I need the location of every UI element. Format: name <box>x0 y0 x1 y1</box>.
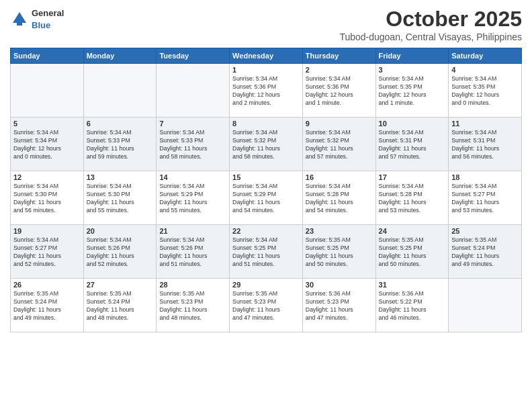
header: General Blue October 2025 Tubod-dugoan, … <box>10 7 522 42</box>
calendar-day: 28Sunrise: 5:35 AM Sunset: 5:23 PM Dayli… <box>157 279 230 332</box>
day-number: 31 <box>379 281 446 289</box>
calendar-day <box>11 64 84 118</box>
day-info: Sunrise: 5:36 AM Sunset: 5:22 PM Dayligh… <box>379 290 446 322</box>
day-info: Sunrise: 5:34 AM Sunset: 5:36 PM Dayligh… <box>232 75 300 107</box>
calendar-day: 22Sunrise: 5:34 AM Sunset: 5:25 PM Dayli… <box>230 225 303 279</box>
calendar-day: 25Sunrise: 5:35 AM Sunset: 5:24 PM Dayli… <box>449 225 522 279</box>
calendar-day <box>449 279 522 332</box>
day-info: Sunrise: 5:34 AM Sunset: 5:36 PM Dayligh… <box>306 75 373 107</box>
day-number: 4 <box>451 66 519 74</box>
day-number: 28 <box>159 281 226 289</box>
day-info: Sunrise: 5:35 AM Sunset: 5:23 PM Dayligh… <box>159 290 226 322</box>
day-info: Sunrise: 5:34 AM Sunset: 5:33 PM Dayligh… <box>87 129 154 161</box>
day-number: 25 <box>451 227 519 235</box>
day-info: Sunrise: 5:34 AM Sunset: 5:29 PM Dayligh… <box>232 183 300 215</box>
logo-general-text: General <box>32 8 64 18</box>
day-info: Sunrise: 5:34 AM Sunset: 5:32 PM Dayligh… <box>306 129 373 161</box>
day-number: 16 <box>306 173 373 181</box>
day-info: Sunrise: 5:34 AM Sunset: 5:27 PM Dayligh… <box>451 183 519 215</box>
calendar-day: 14Sunrise: 5:34 AM Sunset: 5:29 PM Dayli… <box>157 171 230 225</box>
calendar-day: 24Sunrise: 5:35 AM Sunset: 5:25 PM Dayli… <box>375 225 449 279</box>
calendar-day: 19Sunrise: 5:34 AM Sunset: 5:27 PM Dayli… <box>11 225 84 279</box>
col-tuesday: Tuesday <box>157 48 230 64</box>
day-number: 2 <box>306 66 373 74</box>
calendar-day: 15Sunrise: 5:34 AM Sunset: 5:29 PM Dayli… <box>230 171 303 225</box>
day-number: 29 <box>232 281 300 289</box>
calendar-day: 8Sunrise: 5:34 AM Sunset: 5:32 PM Daylig… <box>230 118 303 171</box>
day-info: Sunrise: 5:34 AM Sunset: 5:28 PM Dayligh… <box>306 183 373 215</box>
day-info: Sunrise: 5:34 AM Sunset: 5:33 PM Dayligh… <box>159 129 226 161</box>
calendar-day: 27Sunrise: 5:35 AM Sunset: 5:24 PM Dayli… <box>83 279 157 332</box>
day-info: Sunrise: 5:34 AM Sunset: 5:30 PM Dayligh… <box>13 183 81 215</box>
day-info: Sunrise: 5:34 AM Sunset: 5:28 PM Dayligh… <box>379 183 446 215</box>
day-number: 21 <box>159 227 226 235</box>
day-info: Sunrise: 5:35 AM Sunset: 5:23 PM Dayligh… <box>232 290 300 322</box>
day-info: Sunrise: 5:34 AM Sunset: 5:35 PM Dayligh… <box>451 75 519 107</box>
calendar-day: 10Sunrise: 5:34 AM Sunset: 5:31 PM Dayli… <box>375 118 449 171</box>
day-number: 27 <box>87 281 154 289</box>
day-info: Sunrise: 5:34 AM Sunset: 5:35 PM Dayligh… <box>379 75 446 107</box>
location-subtitle: Tubod-dugoan, Central Visayas, Philippin… <box>339 32 522 42</box>
calendar-day: 9Sunrise: 5:34 AM Sunset: 5:32 PM Daylig… <box>302 118 375 171</box>
day-number: 5 <box>13 120 81 128</box>
day-info: Sunrise: 5:35 AM Sunset: 5:24 PM Dayligh… <box>451 236 519 269</box>
calendar-header-row: Sunday Monday Tuesday Wednesday Thursday… <box>11 48 522 64</box>
day-info: Sunrise: 5:34 AM Sunset: 5:27 PM Dayligh… <box>13 236 81 269</box>
calendar-table: Sunday Monday Tuesday Wednesday Thursday… <box>10 48 522 332</box>
col-sunday: Sunday <box>11 48 84 64</box>
calendar-day: 20Sunrise: 5:34 AM Sunset: 5:26 PM Dayli… <box>83 225 157 279</box>
week-row-5: 26Sunrise: 5:35 AM Sunset: 5:24 PM Dayli… <box>11 279 522 332</box>
calendar-day: 21Sunrise: 5:34 AM Sunset: 5:26 PM Dayli… <box>157 225 230 279</box>
calendar-day: 1Sunrise: 5:34 AM Sunset: 5:36 PM Daylig… <box>230 64 303 118</box>
logo-svg-icon <box>10 9 29 28</box>
day-info: Sunrise: 5:35 AM Sunset: 5:24 PM Dayligh… <box>13 290 81 322</box>
col-thursday: Thursday <box>302 48 375 64</box>
col-wednesday: Wednesday <box>230 48 303 64</box>
week-row-3: 12Sunrise: 5:34 AM Sunset: 5:30 PM Dayli… <box>11 171 522 225</box>
calendar-day: 2Sunrise: 5:34 AM Sunset: 5:36 PM Daylig… <box>302 64 375 118</box>
day-number: 22 <box>232 227 300 235</box>
day-number: 30 <box>306 281 373 289</box>
day-number: 18 <box>451 173 519 181</box>
day-number: 10 <box>379 120 446 128</box>
calendar-day: 23Sunrise: 5:35 AM Sunset: 5:25 PM Dayli… <box>302 225 375 279</box>
calendar-day: 12Sunrise: 5:34 AM Sunset: 5:30 PM Dayli… <box>11 171 84 225</box>
day-number: 19 <box>13 227 81 235</box>
day-info: Sunrise: 5:34 AM Sunset: 5:30 PM Dayligh… <box>87 183 154 215</box>
day-number: 1 <box>232 66 300 74</box>
day-info: Sunrise: 5:34 AM Sunset: 5:25 PM Dayligh… <box>232 236 300 269</box>
day-info: Sunrise: 5:34 AM Sunset: 5:32 PM Dayligh… <box>232 129 300 161</box>
col-friday: Friday <box>375 48 449 64</box>
logo-blue-text: Blue <box>32 19 64 31</box>
day-info: Sunrise: 5:35 AM Sunset: 5:24 PM Dayligh… <box>87 290 154 322</box>
month-title: October 2025 <box>339 7 522 32</box>
day-info: Sunrise: 5:34 AM Sunset: 5:26 PM Dayligh… <box>87 236 154 269</box>
day-info: Sunrise: 5:35 AM Sunset: 5:25 PM Dayligh… <box>379 236 446 269</box>
day-number: 9 <box>306 120 373 128</box>
col-monday: Monday <box>83 48 157 64</box>
calendar-day: 6Sunrise: 5:34 AM Sunset: 5:33 PM Daylig… <box>83 118 157 171</box>
day-number: 11 <box>451 120 519 128</box>
calendar-day: 11Sunrise: 5:34 AM Sunset: 5:31 PM Dayli… <box>449 118 522 171</box>
calendar-day: 17Sunrise: 5:34 AM Sunset: 5:28 PM Dayli… <box>375 171 449 225</box>
day-info: Sunrise: 5:35 AM Sunset: 5:25 PM Dayligh… <box>306 236 373 269</box>
calendar-day: 30Sunrise: 5:36 AM Sunset: 5:23 PM Dayli… <box>302 279 375 332</box>
day-number: 26 <box>13 281 81 289</box>
day-number: 17 <box>379 173 446 181</box>
calendar-day: 26Sunrise: 5:35 AM Sunset: 5:24 PM Dayli… <box>11 279 84 332</box>
day-info: Sunrise: 5:34 AM Sunset: 5:29 PM Dayligh… <box>159 183 226 215</box>
day-number: 23 <box>306 227 373 235</box>
calendar-day <box>157 64 230 118</box>
col-saturday: Saturday <box>449 48 522 64</box>
logo: General Blue <box>10 7 64 31</box>
day-number: 13 <box>87 173 154 181</box>
day-number: 24 <box>379 227 446 235</box>
calendar-day: 13Sunrise: 5:34 AM Sunset: 5:30 PM Dayli… <box>83 171 157 225</box>
calendar-day: 5Sunrise: 5:34 AM Sunset: 5:34 PM Daylig… <box>11 118 84 171</box>
week-row-1: 1Sunrise: 5:34 AM Sunset: 5:36 PM Daylig… <box>11 64 522 118</box>
day-number: 8 <box>232 120 300 128</box>
day-number: 14 <box>159 173 226 181</box>
calendar-day: 16Sunrise: 5:34 AM Sunset: 5:28 PM Dayli… <box>302 171 375 225</box>
day-number: 12 <box>13 173 81 181</box>
calendar-day: 3Sunrise: 5:34 AM Sunset: 5:35 PM Daylig… <box>375 64 449 118</box>
